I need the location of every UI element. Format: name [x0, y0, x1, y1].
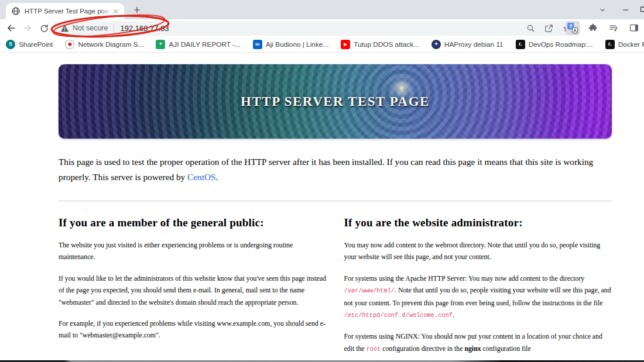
public-heading: If you are a member of the general publi… [59, 216, 327, 229]
haproxy-icon: ✦ [431, 40, 441, 49]
linkedin-icon: in [253, 40, 262, 49]
network-diagram-icon: ◆ [65, 40, 74, 49]
test-page-banner: HTTP SERVER TEST PAGE [59, 64, 612, 139]
bookmark-item[interactable]: S SharePoint [6, 40, 53, 49]
admin-column: If you are the website administrator: Yo… [344, 216, 612, 362]
text-segment: configuration directive in the [381, 344, 464, 353]
bookmark-label: AJI DAILY REPORT -... [169, 40, 240, 49]
code-path-webroot: /var/www/html/ [344, 287, 395, 294]
code-root-directive: root [366, 346, 381, 353]
browser-toolbar: Not secure 192.168.77.83 [0, 19, 644, 36]
back-icon[interactable] [4, 21, 18, 35]
bookmark-item[interactable]: r. DevOps Roadmap:... [516, 40, 593, 49]
toolbar-extensions-area [566, 20, 641, 36]
code-path-welcome-conf: /etc/httpd/conf.d/welcome.conf [344, 312, 453, 319]
public-paragraph-1: The website you just visited is either e… [59, 239, 327, 263]
nginx-bold: nginx [464, 344, 481, 353]
browser-window: HTTP Server Test Page powered [0, 0, 644, 362]
globe-favicon-icon [11, 6, 20, 16]
tab-title: HTTP Server Test Page powered [25, 8, 111, 15]
translate-icon[interactable] [566, 21, 580, 35]
centos-link[interactable]: CentOS [187, 172, 215, 182]
intro-paragraph: This page is used to test the proper ope… [59, 154, 612, 185]
bookmark-item[interactable]: r. Docker Roadmap -... [605, 40, 644, 49]
address-bar[interactable]: Not secure 192.168.77.83 [53, 21, 581, 36]
bookmark-label: Network Diagram S... [78, 40, 143, 49]
roadmap-sh-icon: r. [605, 40, 615, 49]
bookmark-item[interactable]: ✦ HAProxy debian 11 [431, 40, 503, 49]
tab-strip: HTTP Server Test Page powered [0, 0, 644, 19]
side-search-icon[interactable] [523, 21, 537, 35]
intro-text-end: . [216, 172, 218, 182]
page-title: HTTP SERVER TEST PAGE [241, 94, 430, 109]
close-icon[interactable] [111, 6, 121, 16]
horizontal-divider [59, 200, 612, 202]
security-label[interactable]: Not secure [73, 24, 108, 32]
bookmark-item[interactable]: ▶ Tutup DDOS attack... [341, 40, 419, 49]
public-paragraph-2: If you would like to let the administrat… [59, 273, 327, 308]
bookmark-label: Aji Budiono | Linke... [266, 40, 328, 49]
bookmark-label: SharePoint [19, 40, 53, 49]
maximize-icon[interactable] [635, 2, 644, 18]
bookmarks-bar: S SharePoint ◆ Network Diagram S... + AJ… [0, 36, 644, 53]
youtube-icon: ▶ [341, 40, 350, 49]
page-viewport: HTTP SERVER TEST PAGE This page is used … [0, 53, 644, 362]
text-segment: For systems using the Apache HTTP Server… [344, 274, 585, 282]
bookmark-label: HAProxy debian 11 [444, 40, 503, 49]
bookmark-item[interactable]: ◆ Network Diagram S... [65, 40, 143, 49]
text-segment: . [453, 311, 454, 319]
bookmark-label: DevOps Roadmap:... [529, 40, 593, 49]
window-controls [594, 0, 644, 19]
public-paragraph-3: For example, if you experienced problems… [59, 318, 327, 342]
admin-paragraph-apache: For systems using the Apache HTTP Server… [344, 273, 612, 322]
share-icon[interactable] [542, 21, 556, 35]
text-segment: configuration file [481, 344, 531, 353]
side-panel-icon[interactable] [627, 21, 641, 35]
bookmark-label: Tutup DDOS attack... [354, 40, 419, 49]
admin-paragraph-1: You may now add content to the webroot d… [344, 239, 612, 263]
reload-icon[interactable] [37, 21, 51, 35]
media-controls-icon[interactable] [607, 21, 621, 35]
tab-search-chevron-icon[interactable] [594, 2, 611, 18]
minimize-icon[interactable] [617, 2, 635, 18]
bookmark-item[interactable]: in Aji Budiono | Linke... [253, 40, 328, 49]
public-column: If you are a member of the general publi… [59, 216, 327, 362]
admin-heading: If you are the website administrator: [344, 216, 612, 229]
extensions-icon[interactable] [586, 21, 600, 35]
omnibox-divider [114, 24, 114, 32]
bookmark-label: Docker Roadmap -... [618, 40, 644, 49]
admin-paragraph-nginx: For systems using NGINX: You should now … [344, 330, 612, 355]
google-sheets-icon: + [156, 40, 165, 49]
sharepoint-icon: S [6, 40, 15, 49]
forward-icon[interactable] [20, 21, 35, 35]
browser-tab[interactable]: HTTP Server Test Page powered [6, 3, 124, 19]
warning-icon[interactable] [60, 24, 69, 32]
roadmap-sh-icon: r. [516, 40, 525, 49]
bookmark-item[interactable]: + AJI DAILY REPORT -... [156, 40, 240, 49]
new-tab-icon[interactable] [131, 4, 143, 16]
url-text[interactable]: 192.168.77.83 [120, 24, 169, 33]
intro-text: This page is used to test the proper ope… [59, 157, 593, 182]
